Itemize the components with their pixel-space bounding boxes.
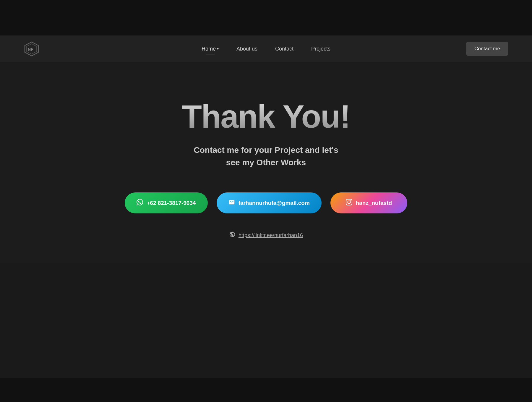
contact-me-button[interactable]: Contact me	[466, 42, 508, 56]
email-label: farhannurhufa@gmail.com	[239, 200, 310, 206]
navbar: NF Home ▾ About us Contact Projects Cont…	[0, 35, 532, 62]
email-button[interactable]: farhannurhufa@gmail.com	[217, 192, 322, 213]
nav-link-home[interactable]: Home	[202, 46, 216, 52]
nav-item-contact[interactable]: Contact	[275, 46, 293, 52]
hero-section: Thank You! Contact me for your Project a…	[0, 62, 532, 263]
subtitle-line2: see my Other Works	[194, 156, 338, 169]
nav-links: Home ▾ About us Contact Projects	[202, 46, 330, 52]
nav-item-about[interactable]: About us	[236, 46, 257, 52]
svg-text:NF: NF	[28, 47, 33, 52]
thank-you-title: Thank You!	[182, 98, 350, 135]
instagram-icon	[346, 199, 352, 207]
whatsapp-label: +62 821-3817-9634	[147, 200, 196, 206]
logo[interactable]: NF	[24, 41, 40, 57]
instagram-label: hanz_nufastd	[356, 200, 392, 206]
nav-item-projects[interactable]: Projects	[311, 46, 330, 52]
linktree-wrapper: https://linktr.ee/nurfarhan16	[229, 231, 303, 239]
globe-icon	[229, 231, 236, 239]
linktree-link[interactable]: https://linktr.ee/nurfarhan16	[239, 232, 303, 239]
whatsapp-button[interactable]: +62 821-3817-9634	[125, 192, 207, 213]
nav-link-about[interactable]: About us	[236, 46, 257, 52]
whatsapp-icon	[137, 199, 143, 207]
top-bar	[0, 0, 532, 35]
hero-subtitle: Contact me for your Project and let's se…	[194, 144, 338, 169]
subtitle-line1: Contact me for your Project and let's	[194, 144, 338, 156]
contact-buttons-group: +62 821-3817-9634 farhannurhufa@gmail.co…	[125, 192, 407, 213]
bottom-bar	[0, 378, 532, 402]
nav-link-contact[interactable]: Contact	[275, 46, 293, 52]
main-area: Thank You! Contact me for your Project a…	[0, 62, 532, 263]
nav-item-home[interactable]: Home ▾	[202, 46, 219, 52]
chevron-down-icon: ▾	[217, 47, 219, 51]
nav-link-projects[interactable]: Projects	[311, 46, 330, 52]
instagram-button[interactable]: hanz_nufastd	[330, 192, 407, 213]
email-icon	[228, 199, 235, 207]
